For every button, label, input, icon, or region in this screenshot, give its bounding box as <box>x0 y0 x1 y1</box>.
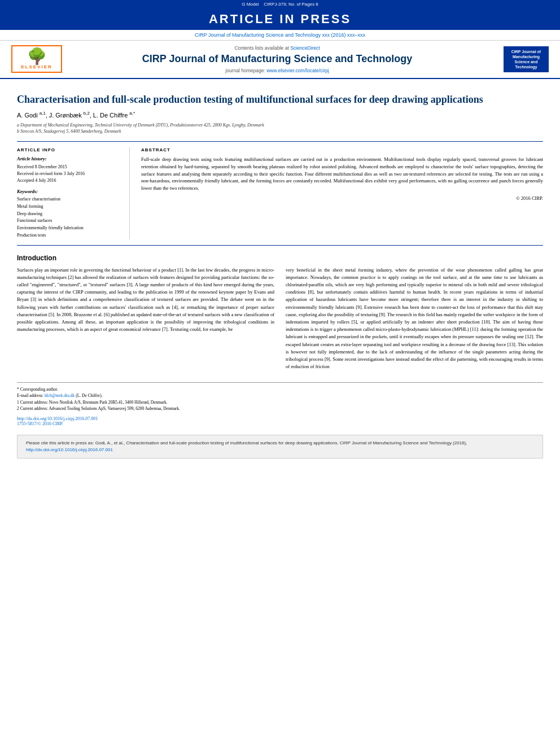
footnote-1: 1 Current address: Novo Nordisk A/S, Bre… <box>17 399 543 405</box>
author-godi: A. Godi a,1, <box>17 112 47 119</box>
abstract-heading: ABSTRACT <box>141 147 543 152</box>
authors-line: A. Godi a,1, J. Grønbæk b,2, L. De Chiff… <box>17 111 543 119</box>
copyright-line: © 2016 CIRP. <box>141 195 543 201</box>
journal-homepage: journal homepage: www.elsevier.com/locat… <box>62 68 492 73</box>
doi-link[interactable]: http://dx.doi.org/10.1016/j.cirpj.2016.0… <box>17 416 98 421</box>
journal-logo-right: CIRP Journal of Manufacturing Science an… <box>504 46 549 72</box>
email-link[interactable]: ldch@mek.dtu.dk <box>45 393 75 398</box>
elsevier-logo: 🌳 ELSEVIER <box>11 45 62 73</box>
intro-para1-right: very beneficial in the sheet metal formi… <box>286 267 543 370</box>
article-info-col: ARTICLE INFO Article history: Received 8… <box>17 147 130 239</box>
body-col-left: Surfaces play an important role in gover… <box>17 267 274 374</box>
keyword-3: Deep drawing <box>17 211 121 218</box>
footnotes-section: * Corresponding author. E-mail address: … <box>17 382 543 412</box>
keyword-4: Functional surfaces <box>17 217 121 225</box>
introduction-title: Introduction <box>17 254 543 262</box>
keyword-5: Environmentally friendly lubrication <box>17 225 121 232</box>
article-info-abstract: ARTICLE INFO Article history: Received 8… <box>17 141 543 246</box>
article-in-press-bar: ARTICLE IN PRESS <box>0 8 560 30</box>
journal-header-center: Contents lists available at ScienceDirec… <box>62 45 492 73</box>
contents-line: Contents lists available at ScienceDirec… <box>62 45 492 51</box>
received-date: Received 8 December 2015 <box>17 164 121 171</box>
journal-title-bar: CIRP Journal of Manufacturing Science an… <box>0 30 560 41</box>
doi-line: http://dx.doi.org/10.1016/j.cirpj.2016.0… <box>17 416 543 426</box>
top-banner: G Model CIRPJ-379; No. of Pages 8 <box>0 0 560 8</box>
journal-name: CIRP Journal of Manufacturing Science an… <box>62 53 492 65</box>
citation-doi-link[interactable]: http://dx.doi.org/10.1016/j.cirpj.2016.0… <box>26 447 113 452</box>
article-info-heading: ARTICLE INFO <box>17 147 121 152</box>
elsevier-tree-icon: 🌳 <box>27 49 47 64</box>
article-title: Characterisation and full-scale producti… <box>17 93 543 106</box>
author-dechiffre: L. De Chiffre a,* <box>93 112 135 119</box>
email-line: E-mail address: ldch@mek.dtu.dk (L. De C… <box>17 392 543 399</box>
body-two-col: Surfaces play an important role in gover… <box>17 267 543 374</box>
body-col-right: very beneficial in the sheet metal formi… <box>286 267 543 374</box>
keywords-label: Keywords: <box>17 189 121 194</box>
main-content: Characterisation and full-scale producti… <box>0 79 560 468</box>
issn-text: 1755-5817/© 2016 CIRP. <box>17 421 63 426</box>
header-section: 🌳 ELSEVIER Contents lists available at S… <box>0 41 560 79</box>
footnote-2: 2 Current address: Advanced Tooling Solu… <box>17 405 543 412</box>
elsevier-label: ELSEVIER <box>21 64 53 69</box>
received-revised-date: Received in revised form 3 July 2016 <box>17 171 121 177</box>
affiliations: a Department of Mechanical Engineering, … <box>17 122 543 134</box>
journal-citation: CIRP Journal of Manufacturing Science an… <box>195 32 365 38</box>
affiliation-b: b Strecon A/S, Stadagervej 5, 6400 Sønde… <box>17 128 543 134</box>
abstract-col: ABSTRACT Full-scale deep drawing tests u… <box>141 147 543 239</box>
intro-para1-left: Surfaces play an important role in gover… <box>17 267 274 334</box>
sciencedirect-link[interactable]: ScienceDirect <box>290 45 320 51</box>
accepted-date: Accepted 4 July 2016 <box>17 177 121 184</box>
homepage-link[interactable]: www.elsevier.com/locate/cirpj <box>266 68 329 73</box>
keywords-list: Surface characterisation Metal forming D… <box>17 196 121 239</box>
keyword-6: Production tests <box>17 232 121 239</box>
bottom-citation-bar: Please cite this article in press as: Go… <box>17 435 543 458</box>
author-gronbaek: J. Grønbæk b,2, <box>49 112 91 119</box>
keyword-2: Metal forming <box>17 203 121 211</box>
logo-title-text: CIRP Journal of Manufacturing Science an… <box>506 49 546 69</box>
article-in-press-label: ARTICLE IN PRESS <box>209 12 351 26</box>
corresponding-author: * Corresponding author. <box>17 386 543 392</box>
gmodel-text: G Model CIRPJ-379; No. of Pages 8 <box>0 2 560 7</box>
keyword-1: Surface characterisation <box>17 196 121 203</box>
history-label: Article history: <box>17 156 121 161</box>
affiliation-a: a Department of Mechanical Engineering, … <box>17 122 543 128</box>
citation-text: Please cite this article in press as: Go… <box>26 440 467 445</box>
introduction-section: Introduction Surfaces play an important … <box>17 254 543 374</box>
abstract-text: Full-scale deep drawing tests using tool… <box>141 156 543 192</box>
